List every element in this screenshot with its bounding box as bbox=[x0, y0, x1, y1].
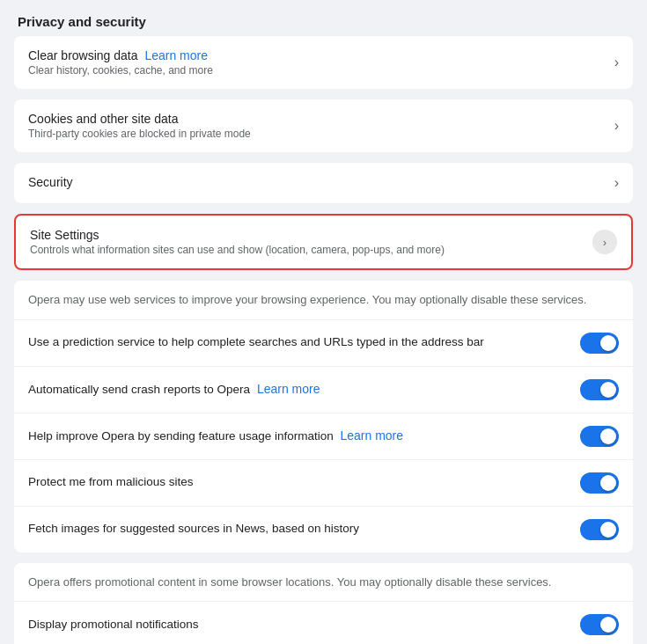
site-settings-chevron-circle: › bbox=[592, 230, 617, 254]
toggle-feature-item: Help improve Opera by sending feature us… bbox=[14, 413, 633, 460]
toggle-malicious-switch[interactable] bbox=[580, 472, 619, 494]
toggle-feature-switch[interactable] bbox=[580, 426, 619, 447]
toggle-prediction-slider bbox=[580, 333, 619, 354]
clear-browsing-item[interactable]: Clear browsing data Learn more Clear his… bbox=[14, 36, 633, 89]
cookies-item[interactable]: Cookies and other site data Third-party … bbox=[14, 99, 633, 152]
clear-browsing-card: Clear browsing data Learn more Clear his… bbox=[14, 36, 633, 89]
site-settings-item[interactable]: Site Settings Controls what information … bbox=[16, 216, 631, 268]
page-container: Privacy and security Clear browsing data… bbox=[0, 0, 647, 644]
site-settings-subtitle: Controls what information sites can use … bbox=[30, 244, 592, 256]
clear-browsing-chevron: › bbox=[614, 55, 619, 70]
cookies-card: Cookies and other site data Third-party … bbox=[14, 99, 633, 152]
cookies-chevron: › bbox=[614, 118, 619, 134]
clear-browsing-title: Clear browsing data Learn more bbox=[28, 48, 607, 62]
toggle-promo-notif-slider bbox=[580, 614, 619, 635]
toggle-malicious-item: Protect me from malicious sites bbox=[14, 460, 633, 507]
toggle-prediction-item: Use a prediction service to help complet… bbox=[14, 320, 633, 367]
cookies-subtitle: Third-party cookies are blocked in priva… bbox=[28, 128, 607, 140]
clear-browsing-subtitle: Clear history, cookies, cache, and more bbox=[28, 64, 607, 77]
security-title: Security bbox=[28, 175, 607, 189]
site-settings-chevron-icon: › bbox=[603, 236, 607, 249]
toggle-prediction-switch[interactable] bbox=[580, 333, 619, 354]
promo-card: Opera offers promotional content in some… bbox=[14, 563, 633, 645]
security-item[interactable]: Security › bbox=[14, 163, 633, 203]
site-settings-card: Site Settings Controls what information … bbox=[14, 214, 633, 270]
web-services-description: Opera may use web services to improve yo… bbox=[14, 281, 633, 320]
feature-learn-more[interactable]: Learn more bbox=[340, 428, 403, 443]
toggle-malicious-label: Protect me from malicious sites bbox=[28, 474, 580, 491]
clear-browsing-content: Clear browsing data Learn more Clear his… bbox=[28, 48, 607, 77]
promo-description: Opera offers promotional content in some… bbox=[14, 563, 633, 603]
toggle-feature-label: Help improve Opera by sending feature us… bbox=[28, 428, 580, 445]
toggle-news-switch[interactable] bbox=[580, 519, 619, 540]
toggle-news-item: Fetch images for suggested sources in Ne… bbox=[14, 507, 633, 553]
page-title: Privacy and security bbox=[14, 14, 633, 29]
security-card: Security › bbox=[14, 163, 633, 203]
toggle-crash-slider bbox=[580, 379, 619, 400]
crash-learn-more[interactable]: Learn more bbox=[257, 382, 320, 396]
toggle-news-label: Fetch images for suggested sources in Ne… bbox=[28, 521, 580, 538]
toggle-promo-notif-switch[interactable] bbox=[580, 614, 619, 635]
site-settings-content: Site Settings Controls what information … bbox=[30, 228, 592, 256]
cookies-content: Cookies and other site data Third-party … bbox=[28, 112, 607, 140]
toggle-crash-switch[interactable] bbox=[580, 379, 619, 400]
toggle-feature-slider bbox=[580, 426, 619, 447]
security-content: Security bbox=[28, 175, 607, 191]
toggle-crash-item: Automatically send crash reports to Oper… bbox=[14, 367, 633, 413]
toggle-crash-label: Automatically send crash reports to Oper… bbox=[28, 381, 580, 399]
security-chevron: › bbox=[614, 175, 619, 191]
toggle-malicious-slider bbox=[580, 472, 619, 494]
toggle-promo-notif-label: Display promotional notifications bbox=[28, 617, 580, 633]
toggle-promo-notif-item: Display promotional notifications bbox=[14, 602, 633, 644]
cookies-title: Cookies and other site data bbox=[28, 112, 607, 126]
toggle-prediction-label: Use a prediction service to help complet… bbox=[28, 334, 580, 351]
site-settings-title: Site Settings bbox=[30, 228, 592, 242]
clear-browsing-learn-more[interactable]: Learn more bbox=[144, 48, 208, 62]
toggle-news-slider bbox=[580, 519, 619, 540]
web-services-card: Opera may use web services to improve yo… bbox=[14, 281, 633, 553]
